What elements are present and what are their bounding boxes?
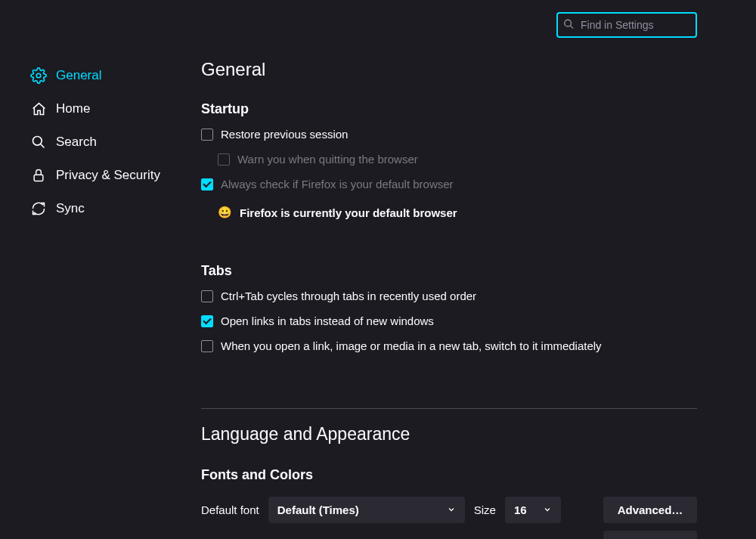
- sidebar-item-general[interactable]: General: [30, 59, 181, 92]
- font-size-value: 16: [514, 503, 527, 516]
- chevron-down-icon: [447, 503, 456, 516]
- default-font-select[interactable]: Default (Times): [268, 497, 465, 523]
- smile-icon: 😀: [218, 206, 232, 219]
- gear-icon: [30, 67, 47, 84]
- sidebar-item-sync[interactable]: Sync: [30, 192, 181, 225]
- status-text: Firefox is currently your default browse…: [240, 206, 457, 219]
- sidebar-item-label: General: [56, 68, 101, 83]
- switch-tab-row: When you open a link, image or media in …: [201, 339, 697, 352]
- startup-heading: Startup: [201, 101, 697, 117]
- svg-point-3: [33, 137, 42, 146]
- ctrl-tab-label: Ctrl+Tab cycles through tabs in recently…: [221, 290, 476, 302]
- restore-session-checkbox[interactable]: [201, 129, 213, 141]
- section-divider: [201, 408, 697, 409]
- advanced-button[interactable]: Advanced…: [603, 497, 697, 523]
- warn-quit-label: Warn you when quitting the browser: [237, 153, 418, 166]
- chevron-down-icon: [543, 503, 552, 516]
- default-font-value: Default (Times): [277, 503, 359, 516]
- search-icon: [30, 134, 47, 150]
- search-input[interactable]: [556, 12, 697, 38]
- always-check-label: Always check if Firefox is your default …: [221, 178, 454, 191]
- open-links-row: Open links in tabs instead of new window…: [201, 314, 697, 327]
- sync-icon: [30, 200, 47, 217]
- switch-tab-checkbox[interactable]: [201, 340, 213, 352]
- font-size-select[interactable]: 16: [505, 497, 561, 523]
- font-controls-row: Default font Default (Times) Size 16 Adv…: [201, 497, 697, 539]
- switch-tab-label: When you open a link, image or media in …: [221, 339, 602, 352]
- ctrl-tab-row: Ctrl+Tab cycles through tabs in recently…: [201, 290, 697, 302]
- restore-session-label: Restore previous session: [221, 128, 348, 141]
- open-links-label: Open links in tabs instead of new window…: [221, 314, 434, 327]
- default-font-label: Default font: [201, 503, 259, 516]
- fonts-colors-heading: Fonts and Colors: [201, 467, 697, 483]
- svg-point-2: [36, 73, 41, 78]
- warn-quit-checkbox: [218, 153, 230, 166]
- sidebar-item-label: Sync: [56, 201, 85, 216]
- search-container: [556, 12, 697, 38]
- home-icon: [30, 101, 47, 117]
- lock-icon: [30, 167, 47, 184]
- sidebar: General Home Search Privacy & Security: [30, 59, 181, 225]
- tabs-heading: Tabs: [201, 263, 697, 279]
- sidebar-item-search[interactable]: Search: [30, 125, 181, 159]
- sidebar-item-label: Home: [56, 101, 90, 116]
- sidebar-item-label: Privacy & Security: [56, 168, 160, 183]
- sidebar-item-privacy[interactable]: Privacy & Security: [30, 159, 181, 192]
- sidebar-item-label: Search: [56, 135, 97, 150]
- colors-button[interactable]: Colors…: [603, 531, 697, 539]
- always-check-row: Always check if Firefox is your default …: [201, 178, 697, 191]
- restore-session-row: Restore previous session: [201, 128, 697, 141]
- default-browser-status: 😀 Firefox is currently your default brow…: [218, 206, 697, 219]
- open-links-checkbox[interactable]: [201, 315, 213, 327]
- page-title: General: [201, 59, 697, 80]
- warn-quit-row: Warn you when quitting the browser: [218, 153, 697, 166]
- svg-line-4: [41, 144, 45, 148]
- svg-rect-5: [34, 175, 43, 181]
- always-check-checkbox[interactable]: [201, 178, 213, 191]
- size-label: Size: [474, 503, 496, 516]
- sidebar-item-home[interactable]: Home: [30, 92, 181, 125]
- ctrl-tab-checkbox[interactable]: [201, 290, 213, 302]
- language-heading: Language and Appearance: [201, 424, 697, 445]
- main-content: General Startup Restore previous session…: [201, 59, 697, 539]
